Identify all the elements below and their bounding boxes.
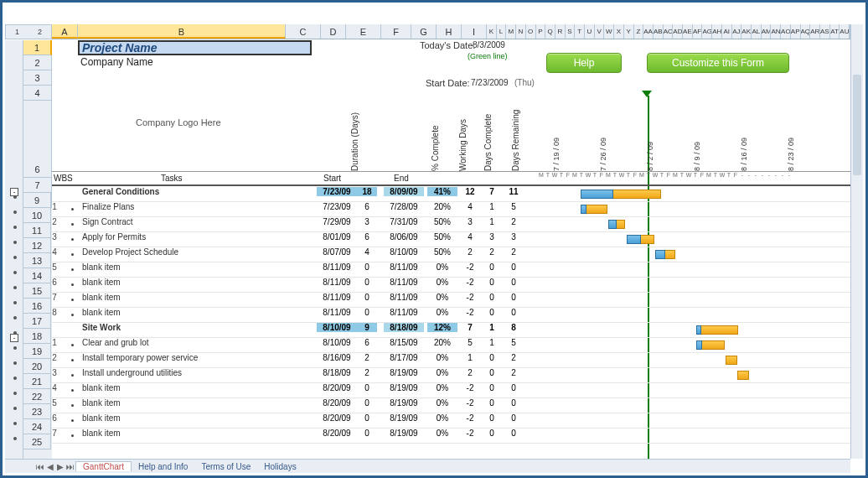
table-row[interactable]: '2Site Work8/10/0998/18/0912%718 [52,323,850,338]
help-button[interactable]: Help [546,53,622,73]
tab-help[interactable]: Help and Info [132,462,195,471]
table-row[interactable]: '2.2Install temporary power service8/16/… [52,353,850,368]
day-letter-header: MTWTFMTWTFMTWTFMTWTFMTWTFMTWTF-------- [538,172,793,178]
duration-header: Duration (Days) [350,101,359,171]
task-rows[interactable]: '1General Conditions7/23/09188/09/0941%1… [52,187,850,444]
table-row[interactable]: '2.3Install underground utilities8/18/09… [52,368,850,383]
tab-terms[interactable]: Terms of Use [194,462,257,471]
vertical-scrollbar[interactable] [850,24,863,459]
row-headers[interactable]: 1 2 3 4 6 7 9101112131415161718192021222… [23,40,52,459]
column-headers[interactable]: A B C D E F G H I KLMNOPQRSTUVWXYZAAABAC… [52,24,850,39]
table-row[interactable]: '1.4Develop Project Schedule8/07/0948/10… [52,247,850,262]
table-row[interactable]: '1.6blank item8/11/0908/11/090%-200 [52,278,850,293]
pct-complete-header: % Complete [431,101,440,171]
spreadsheet-grid[interactable]: Project Name Company Name Today's Date: … [52,40,850,459]
start-day: (Thu) [514,78,535,87]
company-name[interactable]: Company Name [80,56,153,68]
tab-nav-last-icon[interactable]: ⏭ [65,462,75,471]
table-row[interactable]: '1.8blank item8/11/0908/11/090%-200 [52,308,850,323]
scrollbar-thumb[interactable] [853,75,861,175]
tab-nav-first-icon[interactable]: ⏮ [35,462,45,471]
table-row[interactable]: '1.2Sign Contract7/29/0937/31/0950%312 [52,217,850,232]
logo-placeholder: Company Logo Here [136,117,221,127]
table-row[interactable]: '2.7blank item8/20/0908/19/090%-200 [52,429,850,444]
green-line-label: (Green line) [468,52,508,60]
table-row[interactable]: '1.5blank item8/11/0908/11/090%-200 [52,262,850,278]
start-date-value[interactable]: 7/23/2009 [471,78,509,87]
todays-date-value[interactable]: 8/3/2009 [473,40,505,49]
tab-nav-prev-icon[interactable]: ◀ [45,462,55,471]
customize-button[interactable]: Customize this Form [647,53,789,73]
project-name-cell[interactable]: Project Name [78,40,312,55]
working-days-header: Working Days [458,101,468,171]
sheet-tabs[interactable]: ⏮ ◀ ▶ ⏭ GanttChart Help and Info Terms o… [5,459,850,473]
table-row[interactable]: '1.7blank item8/11/0908/11/090%-200 [52,293,850,308]
days-remaining-header: Days Remaining [511,101,520,171]
table-row[interactable]: '1General Conditions7/23/09188/09/0941%1… [52,187,850,202]
table-row[interactable]: '2.5blank item8/20/0908/19/090%-200 [52,398,850,413]
table-row[interactable]: '2.4blank item8/20/0908/19/090%-200 [52,383,850,398]
table-row[interactable]: '2.6blank item8/20/0908/19/090%-200 [52,413,850,429]
tab-ganttchart[interactable]: GanttChart [75,461,132,471]
outline-strip: -- [5,40,23,459]
today-marker-icon [642,91,652,97]
table-row[interactable]: '1.3Apply for Permits8/01/0968/06/0950%4… [52,232,850,247]
tab-holidays[interactable]: Holidays [257,462,302,471]
start-date-label: Start Date: [426,78,470,88]
outline-collapse-icon[interactable]: - [10,334,18,342]
todays-date-label: Today's Date: [420,40,475,50]
table-row[interactable]: '1.1Finalize Plans7/23/0967/28/0920%415 [52,202,850,217]
days-complete-header: Days Complete [483,101,493,171]
outline-level-buttons[interactable]: 12 [5,24,52,39]
outline-collapse-icon[interactable]: - [10,188,18,196]
table-row[interactable]: '2.1Clear and grub lot8/10/0968/15/0920%… [52,338,850,353]
tab-nav-next-icon[interactable]: ▶ [55,462,65,471]
